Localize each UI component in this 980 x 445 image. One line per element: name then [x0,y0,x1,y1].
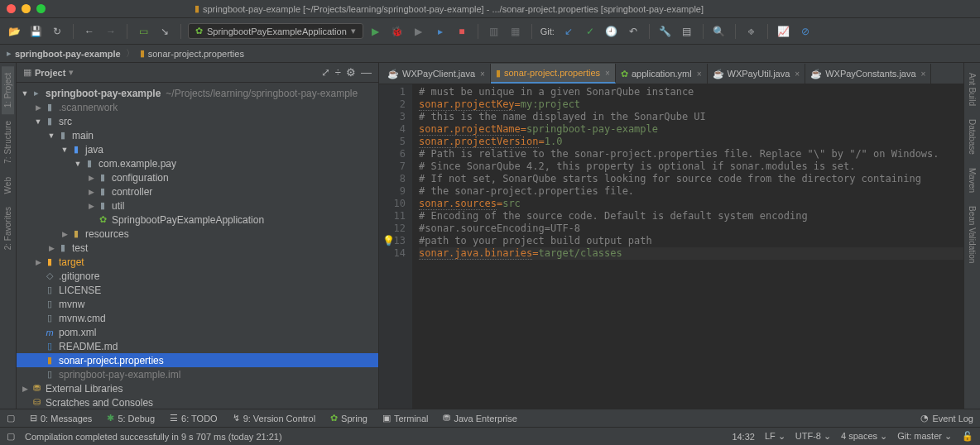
panel-web[interactable]: Web [2,170,14,200]
tree-iml[interactable]: ▯springboot-pay-example.iml [17,367,378,381]
tree-target[interactable]: ▶▮target [17,255,378,269]
tab-sonar-properties[interactable]: ▮sonar-project.properties× [491,64,616,84]
run-icon[interactable]: ▶ [367,22,385,41]
tree-resources[interactable]: ▶▮resources [17,227,378,241]
intention-bulb-icon[interactable]: 💡 [382,235,395,246]
project-tree[interactable]: ▼▸springboot-pay-example~/Projects/learn… [17,83,378,409]
panel-ant[interactable]: Ant Build [966,66,978,112]
wrench-icon[interactable]: 🔧 [656,22,675,41]
tree-license[interactable]: ▯LICENSE [17,283,378,297]
profiler1-icon[interactable]: 📈 [775,22,793,41]
tree-pom[interactable]: mpom.xml [17,325,378,339]
bottom-terminal[interactable]: ▣ Terminal [382,413,429,423]
window-controls [7,4,46,13]
maximize-window-button[interactable] [36,4,46,13]
layout1-icon[interactable]: ▥ [485,22,503,41]
panel-favorites[interactable]: 2: Favorites [2,200,14,256]
layout2-icon[interactable]: ▦ [507,22,525,41]
close-icon[interactable]: × [921,69,926,79]
actions-icon[interactable]: ⎆ [742,22,761,41]
stop-icon[interactable]: ■ [453,22,471,41]
window-title: ▮ springboot-pay-example [~/Projects/lea… [195,3,704,14]
bottom-messages[interactable]: ⊟ 0: Messages [30,413,92,423]
tree-main[interactable]: ▼▮main [17,128,378,142]
profile-icon[interactable]: ▸ [431,22,449,41]
refresh-icon[interactable]: ↻ [48,22,66,41]
tree-package[interactable]: ▼▮com.example.pay [17,156,378,170]
close-icon[interactable]: × [480,69,485,79]
tab-wxpayclient[interactable]: ☕WXPayClient.java× [382,64,491,84]
collapse-all-icon[interactable]: ÷ [335,66,341,79]
tree-readme[interactable]: ▯README.md [17,339,378,353]
status-message: Compilation completed successfully in 9 … [25,432,282,442]
tree-app-class[interactable]: ✿SpringbootPayExampleApplication [17,213,378,227]
close-window-button[interactable] [7,4,16,13]
bottom-event-log[interactable]: ◔ Event Log [920,413,973,423]
tree-test[interactable]: ▶▮test [17,241,378,255]
tree-mvnw[interactable]: ▯mvnw [17,297,378,311]
tree-external-libs[interactable]: ▶⛃External Libraries [17,381,378,395]
git-update-icon[interactable]: ↙ [560,22,578,41]
close-icon[interactable]: × [605,69,610,78]
panel-structure[interactable]: 7: Structure [2,114,14,170]
tree-scannerwork[interactable]: ▶▮.scannerwork [17,100,378,114]
bottom-jee[interactable]: ⛃ Java Enterprise [443,413,516,423]
panel-maven[interactable]: Maven [966,161,978,199]
hide-icon[interactable]: — [361,66,372,79]
tab-application-yml[interactable]: ✿application.yml× [616,64,708,84]
git-commit-icon[interactable]: ✓ [581,22,599,41]
breadcrumb-file[interactable]: ▮sonar-project.properties [140,48,244,59]
tree-java[interactable]: ▼▮java [17,142,378,156]
panel-bean-validation[interactable]: Bean Validation [966,199,978,270]
status-lock-icon[interactable]: 🔓 [962,431,973,442]
status-line-ending[interactable]: LF ⌄ [765,431,785,442]
code-editor[interactable]: 1234567891011121314 # must be unique in … [379,84,963,409]
tree-project-root[interactable]: ▼▸springboot-pay-example~/Projects/learn… [17,86,378,100]
bottom-todo[interactable]: ☰ 6: TODO [170,413,218,423]
tree-scratches[interactable]: ⛁Scratches and Consoles [17,395,378,409]
breadcrumb-root[interactable]: ▸springboot-pay-example [7,48,121,59]
tree-gitignore[interactable]: ◇.gitignore [17,269,378,283]
git-history-icon[interactable]: 🕘 [603,22,621,41]
coverage-icon[interactable]: ▶ [410,22,428,41]
structure-icon[interactable]: ▤ [678,22,696,41]
scroll-from-source-icon[interactable]: ⤢ [321,66,330,79]
tab-wxpayutil[interactable]: ☕WXPayUtil.java× [708,64,806,84]
main-toolbar: 📂 💾 ↻ ← → ▭ ↘ ✿SpringbootPayExampleAppli… [0,18,980,45]
editor-tabs: ☕WXPayClient.java× ▮sonar-project.proper… [379,63,963,84]
bottom-debug[interactable]: ✱ 5: Debug [107,413,155,423]
tab-wxpayconstants[interactable]: ☕WXPayConstants.java× [805,64,931,84]
git-revert-icon[interactable]: ↶ [624,22,642,41]
open-icon[interactable]: 📂 [5,22,23,41]
status-git-branch[interactable]: Git: master ⌄ [897,431,952,442]
tree-sonar-properties[interactable]: ▮sonar-project.properties [17,353,378,367]
status-indent[interactable]: 4 spaces ⌄ [841,431,887,442]
build-icon[interactable]: ▭ [134,22,152,41]
sidebar-header: ▦ Project ▾ ⤢ ÷ ⚙ — [17,63,378,83]
panel-database[interactable]: Database [966,112,978,161]
bottom-version-control[interactable]: ↯ 9: Version Control [233,413,315,423]
save-icon[interactable]: 💾 [26,22,45,41]
tree-configuration[interactable]: ▶▮configuration [17,170,378,184]
debug-icon[interactable]: 🐞 [388,22,406,41]
panel-project[interactable]: 1: Project [2,66,14,114]
status-cursor-pos[interactable]: 14:32 [732,432,755,442]
status-encoding[interactable]: UTF-8 ⌄ [795,431,831,442]
profiler2-icon[interactable]: ⊘ [796,22,814,41]
gear-icon[interactable]: ⚙ [346,66,356,79]
run-config-dropdown[interactable]: ✿SpringbootPayExampleApplication▾ [188,23,363,39]
tree-controller[interactable]: ▶▮controller [17,184,378,199]
tree-util[interactable]: ▶▮util [17,199,378,213]
close-icon[interactable]: × [697,69,702,79]
bottom-window-icon[interactable]: ▢ [7,413,15,423]
forward-icon[interactable]: → [102,22,120,41]
tree-mvnwcmd[interactable]: ▯mvnw.cmd [17,311,378,325]
tree-src[interactable]: ▼▮src [17,114,378,128]
status-tips-icon[interactable]: ▢ [7,431,15,442]
search-icon[interactable]: 🔍 [710,22,728,41]
minimize-window-button[interactable] [22,4,31,13]
bottom-spring[interactable]: ✿ Spring [330,413,368,423]
back-icon[interactable]: ← [80,22,98,41]
close-icon[interactable]: × [795,69,800,79]
build-project-icon[interactable]: ↘ [156,22,174,41]
